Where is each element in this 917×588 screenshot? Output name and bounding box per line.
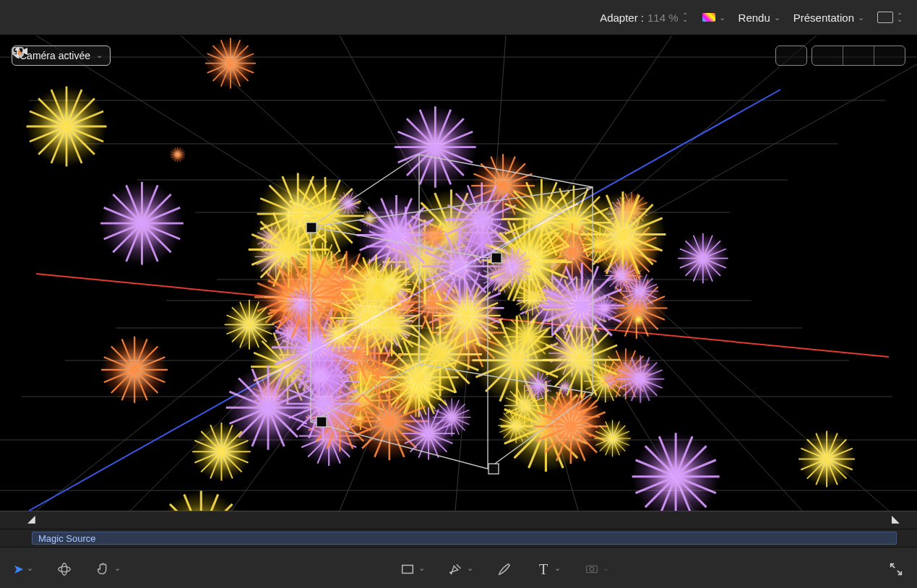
svg-rect-163 (317, 417, 327, 427)
hand-tool-icon (95, 561, 111, 577)
svg-point-175 (590, 567, 594, 571)
pen-tool[interactable] (448, 561, 473, 577)
svg-rect-164 (488, 464, 499, 474)
svg-rect-173 (402, 566, 413, 574)
pen-tool-icon (448, 561, 464, 577)
chevron-down-icon (114, 565, 121, 574)
color-channel-control[interactable] (702, 12, 726, 24)
color-swatch-icon (702, 13, 715, 22)
chevron-down-icon (554, 565, 561, 574)
render-label: Rendu (739, 12, 770, 24)
chevron-down-icon (96, 50, 103, 61)
aspect-box-icon (877, 12, 893, 23)
chevron-down-icon (774, 12, 780, 24)
rectangle-tool[interactable] (400, 561, 425, 577)
dolly-view-button[interactable] (874, 46, 905, 65)
top-toolbar: Adapter : 114 % Rendu Présentation (0, 0, 917, 35)
chevron-down-icon (719, 12, 726, 24)
aspect-ratio-control[interactable] (877, 12, 904, 23)
chevron-down-icon (603, 565, 609, 574)
pan-view-button[interactable] (812, 46, 843, 65)
hand-tool[interactable] (95, 561, 121, 577)
fullscreen-icon (888, 561, 904, 577)
timeline-clip[interactable]: Magic Source (32, 532, 897, 545)
orbit-view-button[interactable] (843, 46, 874, 65)
out-marker-icon[interactable]: ◣ (892, 513, 900, 524)
mask-tool-icon (584, 561, 600, 577)
chevron-down-icon (467, 565, 473, 574)
transform-3d-tool[interactable] (56, 561, 72, 577)
camera-frame-button[interactable] (776, 46, 806, 65)
mini-timeline[interactable]: Magic Source (0, 529, 917, 548)
brush-tool-icon (496, 561, 512, 577)
view-tools (775, 46, 905, 66)
timeline-ruler[interactable]: ◢ ◣ (0, 511, 917, 529)
in-marker-icon[interactable]: ◢ (27, 513, 35, 524)
text-tool[interactable]: T (535, 561, 561, 577)
transform-3d-icon (56, 561, 72, 577)
view-label: Présentation (793, 12, 854, 24)
view-menu[interactable]: Présentation (793, 12, 864, 24)
select-tool[interactable]: ➤ (13, 561, 33, 577)
bottom-toolbar: ➤ T (0, 548, 917, 588)
clip-name: Magic Source (38, 533, 95, 544)
svg-point-171 (59, 566, 71, 571)
text-tool-icon: T (535, 561, 551, 577)
fullscreen-button[interactable] (888, 561, 904, 577)
rectangle-tool-icon (400, 561, 416, 577)
brush-tool[interactable] (496, 561, 512, 577)
svg-rect-162 (491, 253, 501, 263)
chevron-down-icon (418, 565, 425, 574)
camera-label: Caméra activée (20, 50, 90, 61)
mask-tool[interactable] (584, 561, 609, 577)
render-menu[interactable]: Rendu (739, 12, 780, 24)
arrow-tool-icon: ➤ (13, 561, 24, 577)
canvas-viewport[interactable]: Caméra activée (0, 35, 917, 511)
chevron-down-icon (27, 565, 33, 574)
svg-point-172 (61, 563, 66, 576)
stepper-icon (897, 14, 904, 21)
stepper-icon (682, 14, 689, 21)
svg-rect-161 (306, 222, 317, 233)
fit-label: Adapter : (600, 12, 644, 24)
chevron-down-icon (858, 12, 864, 24)
canvas-svg (0, 35, 917, 511)
fit-zoom-control[interactable]: Adapter : 114 % (600, 12, 689, 24)
fit-value: 114 % (647, 12, 679, 24)
